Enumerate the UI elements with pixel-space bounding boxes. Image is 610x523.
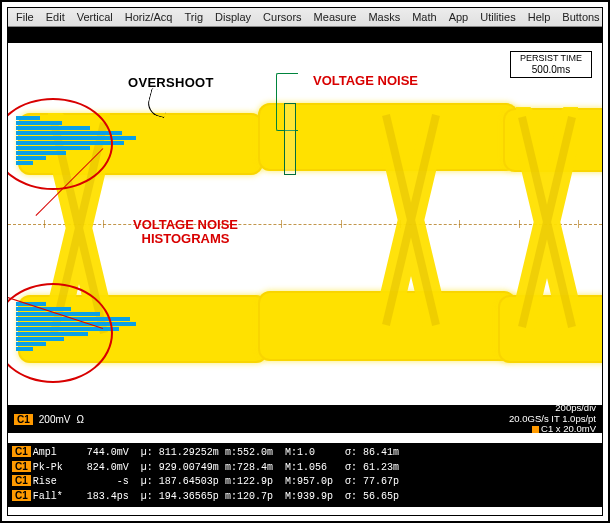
annotation-histograms-line2: HISTOGRAMS [142,231,230,246]
menu-horiz[interactable]: Horiz/Acq [121,9,177,25]
menu-vertical[interactable]: Vertical [73,9,117,25]
toolbar-strip [8,27,602,43]
screenshot-inner: File Edit Vertical Horiz/Acq Trig Displa… [7,7,603,516]
meas-row-rise: C1Rise -s µ: 187.64503p m:122.9p M:957.0… [12,474,598,489]
timebase-line3: C1 x 20.0mV [509,424,596,435]
waveform-display[interactable]: OVERSHOOT VOLTAGE NOISE VOLTAGE NOISE HI… [8,43,602,405]
annotation-histograms-line1: VOLTAGE NOISE [133,217,238,232]
menu-trig[interactable]: Trig [180,9,207,25]
menu-bar: File Edit Vertical Horiz/Acq Trig Displa… [8,8,602,27]
annotation-overshoot: OVERSHOOT [128,75,214,90]
eye-trace-bot-b [258,291,516,361]
annotation-voltage-noise: VOLTAGE NOISE [313,73,418,88]
menu-file[interactable]: File [12,9,38,25]
channel-scale: 200mV [39,414,71,425]
eye-trace-top-c [503,108,602,172]
menu-buttons[interactable]: Buttons [558,9,603,25]
channel-coupling-icon: Ω [76,414,83,425]
trigger-marker-icon [532,426,539,433]
persist-title: PERSIST TIME [513,53,589,64]
menu-measure[interactable]: Measure [310,9,361,25]
meas-row-fall: C1Fall* 183.4ps µ: 194.36565p m:120.7p M… [12,489,598,504]
timebase-info: 200ps/div 20.0GS/s IT 1.0ps/pt C1 x 20.0… [509,403,596,436]
meas-row-ampl: C1Ampl 744.0mV µ: 811.29252m m:552.0m M:… [12,445,598,460]
menu-app[interactable]: App [445,9,473,25]
menu-edit[interactable]: Edit [42,9,69,25]
menu-math[interactable]: Math [408,9,440,25]
time-axis [8,224,602,225]
menu-cursors[interactable]: Cursors [259,9,306,25]
menu-masks[interactable]: Masks [364,9,404,25]
menu-help[interactable]: Help [524,9,555,25]
channel-chip-c1[interactable]: C1 [14,414,33,425]
trigger-chan: C1 [541,423,553,434]
trigger-level: x 20.0mV [556,423,596,434]
timebase-line1: 200ps/div [509,403,596,414]
channel-info-bar: C1 200mV Ω 200ps/div 20.0GS/s IT 1.0ps/p… [8,405,602,433]
persist-time-box: PERSIST TIME 500.0ms [510,51,592,78]
eye-trace-bot-c [498,295,602,363]
persist-value: 500.0ms [513,64,589,76]
annotation-histograms: VOLTAGE NOISE HISTOGRAMS [133,218,238,247]
histogram-top [16,115,136,166]
measurement-panel: C1Ampl 744.0mV µ: 811.29252m m:552.0m M:… [8,443,602,507]
histogram-bottom [16,301,136,352]
voltage-noise-sample-box [284,103,296,175]
meas-row-pkpk: C1Pk-Pk 824.0mV µ: 929.00749m m:728.4m M… [12,460,598,475]
menu-display[interactable]: Display [211,9,255,25]
screenshot-outer: File Edit Vertical Horiz/Acq Trig Displa… [0,0,610,523]
menu-utilities[interactable]: Utilities [476,9,519,25]
